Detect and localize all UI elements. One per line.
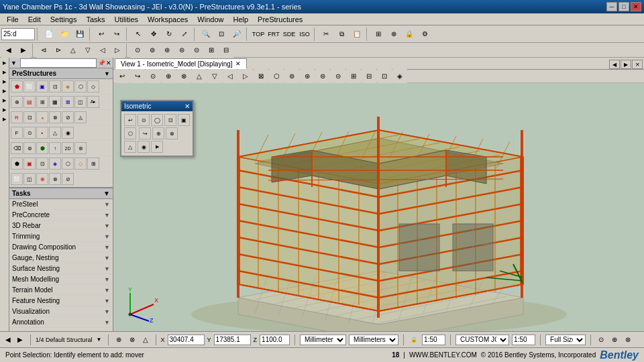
menu-help[interactable]: Help — [229, 15, 252, 24]
panel-pin[interactable]: 📌 — [98, 60, 105, 66]
strip-btn-3[interactable]: ▶ — [1, 78, 9, 86]
view-tb-1[interactable]: ↩ — [115, 69, 129, 84]
task-feature[interactable]: Feature Nesting ▼ — [9, 296, 113, 306]
toolbar-zoom-out[interactable]: 🔎 — [229, 27, 244, 42]
maximize-button[interactable]: □ — [619, 2, 629, 11]
tool-icon-17[interactable]: ⬥ — [36, 111, 48, 123]
status-snap-expand[interactable]: ▼ — [95, 336, 103, 344]
toolbar-view-iso[interactable]: ISO — [297, 27, 312, 42]
toolbar-undo[interactable]: ↩ — [94, 27, 109, 42]
tool-icon-10[interactable]: ⊞ — [36, 96, 48, 108]
tool-icon-36[interactable]: ⬡ — [62, 158, 74, 170]
toolbar-open[interactable]: 📁 — [57, 27, 72, 42]
menu-prestructures[interactable]: PreStructures — [254, 15, 307, 24]
toolbar-move[interactable]: ✥ — [146, 27, 161, 42]
toolbar-lock[interactable]: 🔒 — [402, 27, 417, 42]
toolbar-view-top[interactable]: TOP — [251, 27, 266, 42]
tool-icon-39[interactable]: ⬜ — [11, 173, 23, 185]
view-tb-11[interactable]: ⬡ — [269, 69, 284, 84]
task-annotation[interactable]: Annotation ▼ — [9, 317, 113, 328]
menu-edit[interactable]: Edit — [24, 15, 45, 24]
task-drawing[interactable]: Drawing Composition ▼ — [9, 242, 113, 253]
tool-icon-31[interactable]: ⊛ — [74, 142, 87, 154]
sec-toolbar-btn-9[interactable]: ⊙ — [130, 43, 145, 58]
fd-tool-10[interactable]: △ — [124, 141, 136, 153]
sec-toolbar-btn-5[interactable]: △ — [66, 43, 80, 58]
task-mesh[interactable]: Mesh Modelling ▼ — [9, 274, 113, 285]
tool-icon-33[interactable]: ▣ — [23, 158, 36, 170]
view-tb-8[interactable]: ◁ — [223, 69, 237, 84]
float-dialog-close[interactable]: ✕ — [184, 103, 190, 110]
toolbar-select[interactable]: ↖ — [131, 27, 146, 42]
tool-icon-35[interactable]: ◈ — [49, 158, 61, 170]
tool-icon-9[interactable]: ▤ — [23, 96, 36, 108]
view-tb-6[interactable]: △ — [192, 69, 207, 84]
status-next[interactable]: ▶ — [15, 335, 25, 345]
view-tb-16[interactable]: ⊞ — [346, 69, 361, 84]
view-tb-5[interactable]: ⊗ — [176, 69, 191, 84]
toolbar-paste[interactable]: 📋 — [350, 27, 364, 42]
fd-tool-5[interactable]: ▣ — [178, 114, 190, 126]
tasks-expand[interactable]: ▼ — [103, 190, 110, 197]
sec-toolbar-btn-14[interactable]: ⊞ — [204, 43, 219, 58]
strip-btn-1[interactable]: ▶ — [1, 59, 9, 67]
status-prev[interactable]: ◀ — [3, 335, 13, 345]
tool-icon-38[interactable]: ⊞ — [87, 158, 99, 170]
panel-search[interactable] — [20, 58, 97, 68]
sec-toolbar-btn-13[interactable]: ⊝ — [189, 43, 204, 58]
tool-icon-12[interactable]: ⊠ — [62, 96, 74, 108]
fd-tool-8[interactable]: ⊕ — [152, 127, 164, 139]
tool-icon-7[interactable]: ◇ — [87, 80, 99, 93]
tool-icon-42[interactable]: ⊗ — [49, 173, 61, 185]
toolbar-snap[interactable]: ⊕ — [386, 27, 401, 42]
task-preconcrete[interactable]: PreConcrete ▼ — [9, 210, 113, 221]
task-viz[interactable]: Visualization ▼ — [9, 306, 113, 317]
tool-icon-20[interactable]: ◬ — [74, 111, 87, 123]
menu-tasks[interactable]: Tasks — [82, 15, 109, 24]
sec-toolbar-btn-2[interactable]: ▶ — [16, 43, 31, 58]
status-x-input[interactable] — [168, 335, 205, 345]
status-tool-end-1[interactable]: ⊙ — [596, 335, 606, 345]
status-viewmode-select[interactable]: Full Size — [545, 335, 586, 345]
tool-icon-30[interactable]: 2D — [62, 142, 74, 154]
view-tb-10[interactable]: ⊠ — [254, 69, 268, 84]
view-tab-1[interactable]: View 1 - Isometric_Model [Displaying] ✕ — [115, 58, 247, 69]
status-units2-select[interactable]: Millimeters Meters — [349, 335, 398, 345]
strip-btn-6[interactable]: ▶ — [1, 106, 9, 114]
strip-btn-7[interactable]: ▶ — [1, 115, 9, 123]
fd-tool-4[interactable]: ⊡ — [164, 114, 176, 126]
tool-icon-37[interactable]: ◇ — [74, 158, 87, 170]
tool-icon-16[interactable]: ⊡ — [23, 111, 36, 123]
tool-icon-14[interactable]: A▸ — [87, 96, 99, 108]
tool-icon-32[interactable]: ⬟ — [11, 158, 23, 170]
toolbar-settings[interactable]: ⚙ — [417, 27, 432, 42]
sec-toolbar-btn-8[interactable]: ▷ — [110, 43, 125, 58]
toolbar-new[interactable]: 📄 — [42, 27, 56, 42]
task-surface[interactable]: Surface Nesting ▼ — [9, 263, 113, 274]
tool-icon-21[interactable]: F — [11, 127, 23, 139]
view-ctrl-1[interactable]: ◀ — [609, 60, 620, 69]
task-trimming[interactable]: Trimming ▼ — [9, 231, 113, 242]
menu-workspaces[interactable]: Workspaces — [144, 15, 192, 24]
prestructures-expand[interactable]: ▼ — [104, 70, 110, 77]
task-presteel[interactable]: PreSteel ▼ — [9, 199, 113, 210]
tool-icon-40[interactable]: ◫ — [23, 173, 36, 185]
tool-icon-22[interactable]: ⊙ — [23, 127, 36, 139]
fd-tool-3[interactable]: ◯ — [151, 114, 163, 126]
tool-icon-43[interactable]: ⊘ — [62, 173, 74, 185]
task-terrain[interactable]: Terrain Model ▼ — [9, 285, 113, 296]
status-jcs-select[interactable]: CUSTOM JCS — [455, 335, 509, 345]
tool-icon-29[interactable]: ↑ — [49, 142, 61, 154]
fd-tool-1[interactable]: ↩ — [124, 114, 136, 126]
toolbar-grid[interactable]: ⊞ — [371, 27, 386, 42]
tool-icon-1[interactable]: ⬟ — [11, 80, 23, 93]
view-tb-9[interactable]: ▷ — [238, 69, 253, 84]
status-z-input[interactable] — [260, 335, 290, 345]
toolbar-scale[interactable]: ⤢ — [177, 27, 192, 42]
view-tb-14[interactable]: ⊜ — [315, 69, 330, 84]
status-tool-end-2[interactable]: ⊕ — [609, 335, 620, 345]
tool-icon-11[interactable]: ▦ — [49, 96, 61, 108]
toolbar-rotate[interactable]: ↻ — [162, 27, 176, 42]
menu-window[interactable]: Window — [193, 15, 227, 24]
task-3drebar[interactable]: 3D Rebar ▼ — [9, 221, 113, 231]
